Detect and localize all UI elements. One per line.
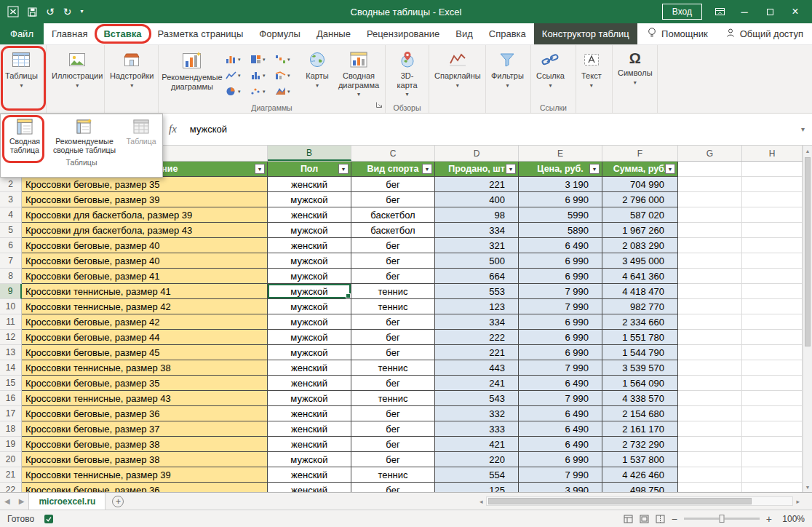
cell-empty[interactable] [742,421,803,437]
cell-sport[interactable]: бег [351,192,435,207]
cell-name[interactable]: Кроссовки беговые, размер 35 [22,376,268,391]
filter-button[interactable]: ▼ [338,164,349,174]
cell-gender[interactable]: мужской [268,223,351,238]
zoom-slider-thumb[interactable] [719,515,724,523]
cell-sport[interactable]: баскетбол [351,223,435,238]
cell-empty[interactable] [678,223,742,238]
tab-formulas[interactable]: Формулы [251,23,309,44]
fx-icon[interactable]: fx [169,123,177,135]
cell-name[interactable]: Кроссовки беговые, размер 45 [22,345,268,360]
row-header[interactable]: 12 [0,330,22,345]
cell-price[interactable]: 7 990 [519,360,602,376]
cell-sum[interactable]: 1 967 260 [602,223,678,238]
cell-empty[interactable] [678,376,742,391]
cell-price[interactable]: 6 490 [519,437,602,452]
cell-empty[interactable] [678,467,742,483]
column-header-g[interactable]: G [678,146,742,161]
cell-name[interactable]: Кроссовки теннисные, размер 41 [22,284,268,299]
column-header-f[interactable]: F [602,146,678,161]
row-header[interactable]: 21 [0,467,22,483]
menu-item-table[interactable]: Таблица [122,117,161,147]
cell-qty[interactable]: 332 [435,406,519,421]
row-header[interactable]: 11 [0,314,22,330]
maps-button[interactable]: Карты ▾ [300,47,335,89]
cell-qty[interactable]: 553 [435,284,519,299]
cell-empty[interactable] [678,238,742,253]
cell-empty[interactable] [742,330,803,345]
cell-empty[interactable] [742,467,803,483]
cell-sport[interactable]: бег [351,253,435,269]
cell-price[interactable]: 3 190 [519,177,602,192]
header-cell-price[interactable]: Цена, руб.▼ [519,162,602,177]
filters-button[interactable]: Фильтры ▾ [488,47,527,89]
cell-name[interactable]: Кроссовки беговые, размер 36 [22,406,268,421]
cell-qty[interactable]: 321 [435,238,519,253]
filter-button[interactable]: ▼ [506,164,516,174]
cell-sum[interactable]: 3 495 000 [602,253,678,269]
cell-qty[interactable]: 241 [435,376,519,391]
illustrations-button[interactable]: Иллюстрации ▾ [49,47,106,89]
tab-review[interactable]: Рецензирование [359,23,447,44]
cell-sum[interactable]: 4 641 360 [602,269,678,284]
cell-gender[interactable]: женский [268,406,351,421]
cell-empty[interactable] [742,437,803,452]
insert-combo-chart-button[interactable]: ▾ [274,68,298,83]
cell-gender[interactable]: мужской [268,330,351,345]
sheet-tab[interactable]: microexcel.ru [28,493,106,510]
cell-sum[interactable]: 982 770 [602,299,678,314]
row-header[interactable]: 18 [0,421,22,437]
cell-name[interactable]: Кроссовки беговые, размер 38 [22,437,268,452]
sign-in-button[interactable]: Вход [662,4,702,20]
row-header[interactable]: 7 [0,253,22,269]
cell-sport[interactable]: баскетбол [351,207,435,223]
cell-sport[interactable]: теннис [351,391,435,406]
column-header-h[interactable]: H [742,146,803,161]
maximize-button[interactable] [763,9,776,15]
cell-price[interactable]: 3 990 [519,483,602,492]
header-cell-qty[interactable]: Продано, шт▼ [435,162,519,177]
cell-price[interactable]: 6 990 [519,253,602,269]
header-cell-sport[interactable]: Вид спорта▼ [351,162,435,177]
map3d-button[interactable]: 3D-карта ▾ [388,47,426,98]
cell-empty[interactable] [678,269,742,284]
cell-name[interactable]: Кроссовки беговые, размер 41 [22,269,268,284]
cell-empty[interactable] [742,345,803,360]
scroll-up-icon[interactable]: ▲ [805,146,811,156]
cell-gender[interactable]: мужской [268,345,351,360]
cell-gender[interactable]: женский [268,177,351,192]
tab-data[interactable]: Данные [309,23,359,44]
cell-empty[interactable] [678,284,742,299]
undo-button[interactable]: ↺ [46,7,55,17]
cell-sport[interactable]: бег [351,238,435,253]
cell-empty[interactable] [678,330,742,345]
cell-qty[interactable]: 222 [435,330,519,345]
addins-button[interactable]: Надстройки ▾ [107,47,156,89]
cell-price[interactable]: 7 990 [519,299,602,314]
normal-view-button[interactable] [624,515,633,523]
cell-sum[interactable]: 4 338 570 [602,391,678,406]
save-button[interactable] [28,7,37,17]
cell-name[interactable]: Кроссовки теннисные, размер 42 [22,299,268,314]
cell-sport[interactable]: теннис [351,299,435,314]
cell-empty[interactable] [742,483,803,492]
scroll-right-icon[interactable]: ▸ [793,498,803,505]
header-cell-sum[interactable]: Сумма, руб.▼ [602,162,678,177]
insert-pie-chart-button[interactable]: ▾ [225,84,249,99]
column-header-c[interactable]: C [351,146,435,161]
cell-qty[interactable]: 421 [435,437,519,452]
cell-name[interactable]: Кроссовки беговые, размер 40 [22,253,268,269]
cell-price[interactable]: 6 490 [519,376,602,391]
cell-name[interactable]: Кроссовки беговые, размер 35 [22,177,268,192]
cell-empty[interactable] [678,452,742,467]
column-header-e[interactable]: E [519,146,602,161]
cell-qty[interactable]: 334 [435,314,519,330]
tab-home[interactable]: Главная [44,23,95,44]
cell-price[interactable]: 6 990 [519,314,602,330]
sparklines-button[interactable]: Спарклайны ▾ [431,47,484,89]
cell-price[interactable]: 6 990 [519,452,602,467]
zoom-level[interactable]: 100% [779,514,805,524]
cell-price[interactable]: 6 490 [519,421,602,437]
tab-file[interactable]: Файл [0,23,44,44]
horizontal-scroll-thumb[interactable] [488,498,752,504]
cell-gender[interactable]: мужской [268,314,351,330]
